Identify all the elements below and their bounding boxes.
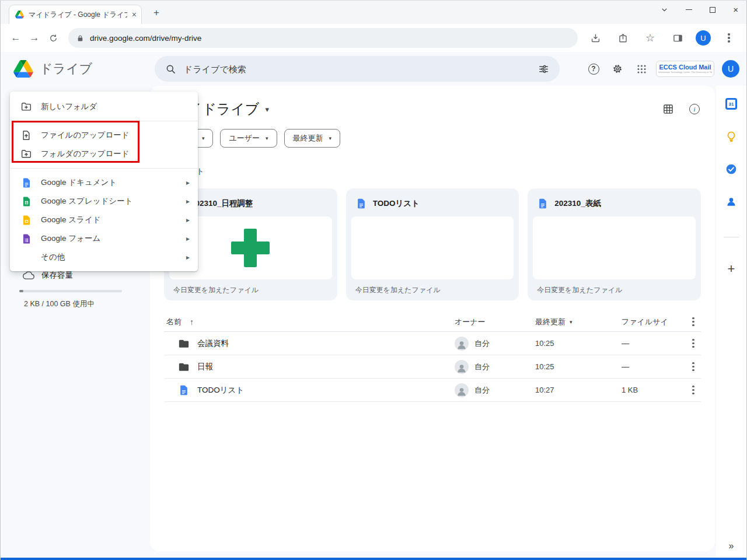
menu-item-google-forms[interactable]: Google フォーム ▸ (10, 229, 198, 248)
sheet-thumbnail-cross (231, 229, 270, 267)
file-name: 会議資料 (197, 338, 229, 349)
chevron-down-icon: ▾ (570, 319, 573, 325)
menu-item-label: Google ドキュメント (41, 177, 177, 188)
new-menu: 新しいフォルダ ファイルのアップロード フォルダのアップロード Google ド… (10, 92, 198, 271)
table-row[interactable]: TODOリスト 自分 10:27 1 KB (164, 379, 701, 402)
menu-item-google-docs[interactable]: Google ドキュメント ▸ (10, 173, 198, 192)
submenu-arrow-icon: ▸ (186, 178, 190, 187)
suggestion-card[interactable]: 202310_表紙 今日変更を加えたファイル (528, 188, 701, 300)
search-input[interactable] (184, 64, 530, 74)
browser-tab[interactable]: マイドライブ - Google ドライブ × (9, 5, 142, 24)
close-button[interactable]: × (733, 5, 738, 14)
submenu-arrow-icon: ▸ (186, 253, 190, 261)
card-title: 202310_日程調整 (191, 198, 253, 209)
settings-button[interactable] (608, 60, 627, 78)
bookmark-star-button[interactable]: ☆ (641, 29, 659, 47)
menu-item-new-folder[interactable]: 新しいフォルダ (10, 97, 198, 116)
chip-label: 最終更新 (293, 133, 323, 144)
row-menu-button[interactable] (686, 342, 701, 345)
grid-view-toggle-button[interactable] (662, 103, 674, 115)
forward-button[interactable]: → (25, 32, 44, 44)
apps-grid-button[interactable] (632, 60, 651, 78)
submenu-arrow-icon: ▸ (186, 197, 190, 205)
card-caption: 今日変更を加えたファイル (164, 279, 337, 295)
menu-item-file-upload[interactable]: ファイルのアップロード (10, 126, 198, 145)
app-name: ドライブ (40, 60, 92, 78)
calendar-button[interactable]: 31 (723, 96, 739, 112)
table-row[interactable]: 会議資料 自分 10:25 — (164, 332, 701, 355)
menu-divider (10, 121, 198, 121)
search-options-tune-icon[interactable] (538, 64, 549, 75)
browser-menu-button[interactable] (720, 29, 738, 47)
filter-chip-modified[interactable]: 最終更新▾ (284, 129, 341, 148)
card-caption: 今日変更を加えたファイル (528, 279, 701, 295)
maximize-button[interactable] (710, 7, 715, 13)
table-row[interactable]: 日報 自分 10:25 — (164, 355, 701, 379)
collapse-side-panel-button[interactable]: » (716, 541, 746, 551)
new-tab-button[interactable]: + (153, 8, 159, 18)
back-button[interactable]: ← (6, 32, 25, 44)
info-button[interactable]: i (689, 104, 700, 114)
main-content: マイドライブ ▾ i タイプ▾ ユーザー▾ 最終更新▾ サジェスト 202310… (150, 86, 715, 551)
calendar-icon: 31 (725, 98, 737, 110)
drive-brand[interactable]: ドライブ (1, 60, 145, 78)
browser-toolbar: ← → drive.google.com/drive/my-drive ☆ U (1, 24, 746, 52)
menu-item-other[interactable]: その他 ▸ (10, 248, 198, 267)
storage-label: 保存容量 (41, 270, 73, 281)
menu-item-folder-upload[interactable]: フォルダのアップロード (10, 145, 198, 163)
storage-usage-text: 2 KB / 100 GB 使用中 (24, 299, 150, 309)
menu-item-label: フォルダのアップロード (41, 149, 190, 159)
column-header-modified[interactable]: 最終更新▾ (535, 317, 622, 327)
menu-item-label: Google スライド (41, 215, 177, 225)
menu-item-google-sheets[interactable]: Google スプレッドシート ▸ (10, 192, 198, 211)
contacts-button[interactable] (723, 194, 739, 210)
file-size: — (622, 339, 686, 348)
address-bar[interactable]: drive.google.com/drive/my-drive (68, 28, 578, 48)
drive-search-bar[interactable] (155, 56, 560, 82)
download-button[interactable] (586, 29, 605, 47)
column-header-name[interactable]: 名前↑ (164, 317, 455, 327)
table-header-row: 名前↑ オーナー 最終更新▾ ファイルサイ (164, 312, 701, 332)
chevron-down-icon: ▾ (266, 135, 268, 141)
filter-chip-people[interactable]: ユーザー▾ (220, 129, 277, 148)
share-button[interactable] (613, 29, 632, 47)
tasks-button[interactable] (723, 161, 739, 177)
help-button[interactable]: ? (584, 60, 603, 78)
owner-avatar (455, 337, 469, 351)
search-icon[interactable] (165, 64, 176, 75)
tab-search-chevron-icon[interactable] (661, 6, 668, 13)
browser-profile-avatar[interactable]: U (696, 30, 711, 46)
menu-item-label: その他 (41, 252, 177, 262)
row-menu-button[interactable] (686, 389, 701, 391)
column-header-owner[interactable]: オーナー (455, 317, 535, 327)
account-badge[interactable]: ECCS Cloud Mail Information Technology C… (656, 61, 714, 77)
lock-icon (76, 34, 84, 42)
reload-button[interactable] (44, 33, 62, 43)
menu-item-google-slides[interactable]: Google スライド ▸ (10, 211, 198, 229)
card-caption: 今日変更を加えたファイル (346, 279, 519, 295)
kebab-icon (692, 366, 694, 368)
row-menu-button[interactable] (686, 366, 701, 368)
sidebar-item-storage[interactable]: 保存容量 (23, 270, 150, 281)
account-avatar[interactable]: U (722, 60, 739, 78)
column-header-size[interactable]: ファイルサイ (622, 317, 686, 327)
table-header-menu-button[interactable] (686, 321, 701, 323)
minimize-button[interactable] (686, 9, 692, 10)
file-upload-icon (20, 130, 32, 141)
empty-icon-spacer (20, 251, 32, 263)
tab-close-icon[interactable]: × (132, 10, 137, 19)
side-panel-button[interactable] (668, 29, 687, 47)
tasks-icon (725, 163, 737, 175)
menu-divider (10, 168, 198, 169)
suggestion-card[interactable]: TODOリスト 今日変更を加えたファイル (346, 188, 519, 300)
get-addons-button[interactable]: + (723, 261, 739, 277)
folder-upload-icon (20, 148, 32, 160)
storage-progress-fill (19, 290, 23, 292)
contacts-person-icon (725, 196, 737, 208)
keep-button[interactable] (723, 128, 739, 145)
chevron-down-icon[interactable]: ▾ (265, 105, 269, 114)
tab-title: マイドライブ - Google ドライブ (29, 10, 127, 20)
file-size: — (622, 362, 686, 371)
forms-icon (20, 233, 32, 244)
browser-titlebar: マイドライブ - Google ドライブ × + × (1, 1, 746, 24)
